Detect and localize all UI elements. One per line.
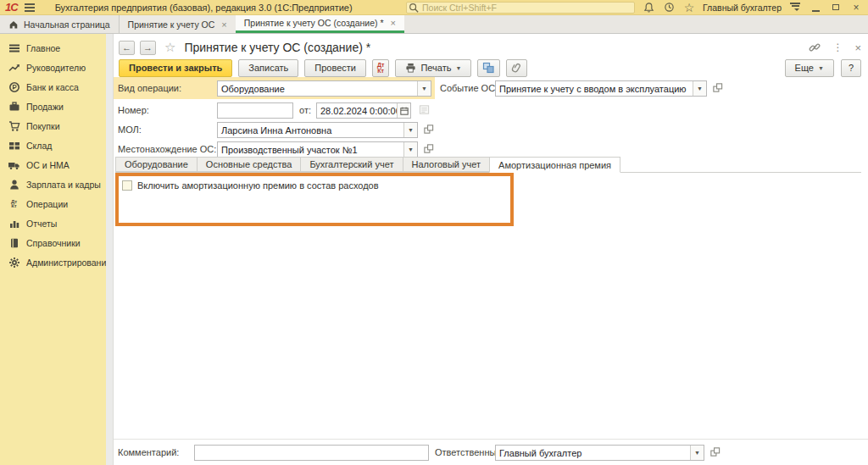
book-icon xyxy=(8,237,20,249)
top-bar: 1С Бухгалтерия предприятия (базовая), ре… xyxy=(0,0,868,15)
tab-equipment[interactable]: Оборудование xyxy=(115,157,197,172)
gear-icon xyxy=(8,257,20,268)
form-title: Принятие к учету ОС (создание) * xyxy=(184,41,370,54)
app-title: Бухгалтерия предприятия (базовая), редак… xyxy=(55,3,353,13)
number-label: Номер: xyxy=(118,105,149,115)
date-input[interactable]: 28.02.2024 0:00:00 xyxy=(316,102,411,119)
comment-input[interactable] xyxy=(194,445,429,461)
mol-label: МОЛ: xyxy=(118,125,142,135)
location-select[interactable]: Производственный участок №1 ▼ xyxy=(217,141,418,158)
close-form-icon[interactable]: × xyxy=(854,42,861,54)
open-link-icon[interactable] xyxy=(423,143,434,154)
tab-tax-accounting[interactable]: Налоговый учет xyxy=(403,157,490,172)
history-icon[interactable] xyxy=(662,1,676,14)
number-input[interactable] xyxy=(217,102,293,119)
include-premium-checkbox[interactable] xyxy=(122,180,132,191)
tutorial-highlight-rect: Включить амортизационную премию в состав… xyxy=(115,173,514,226)
home-icon xyxy=(8,19,19,30)
comment-label: Комментарий: xyxy=(118,447,179,457)
service-menu-icon[interactable] xyxy=(788,1,802,14)
favorites-star-icon[interactable]: ☆ xyxy=(682,1,696,14)
sidebar-item-reports[interactable]: Отчеты xyxy=(0,213,106,233)
sidebar-item-operations[interactable]: ДтКт Операции xyxy=(0,194,106,213)
sidebar-item-main[interactable]: Главное xyxy=(0,38,106,58)
related-documents-button[interactable] xyxy=(477,59,500,77)
chevron-down-icon[interactable]: ▼ xyxy=(403,142,417,157)
sidebar-item-salary-hr[interactable]: Зарплата и кадры xyxy=(0,174,106,194)
sidebar-item-label: Банк и касса xyxy=(26,82,79,92)
main-menu-icon[interactable] xyxy=(25,2,35,14)
sidebar-item-administration[interactable]: Администрирование xyxy=(0,252,106,272)
barchart-icon xyxy=(8,218,20,230)
sidebar-item-manager[interactable]: Руководителю xyxy=(0,58,106,77)
attachments-button[interactable] xyxy=(506,59,527,77)
sidebar-item-sales[interactable]: Продажи xyxy=(0,97,106,116)
person-icon xyxy=(8,179,20,191)
responsible-select[interactable]: Главный бухгалтер ▼ xyxy=(495,445,704,461)
sidebar-item-label: Склад xyxy=(26,141,52,151)
print-button[interactable]: Печать ▼ xyxy=(395,59,471,77)
sidebar-item-warehouse[interactable]: Склад xyxy=(0,136,106,155)
chevron-down-icon[interactable]: ▼ xyxy=(403,123,417,137)
document-form: ← → ☆ Принятие к учету ОС (создание) * ⋮… xyxy=(113,34,868,465)
chevron-down-icon[interactable]: ▼ xyxy=(417,81,431,96)
maximize-icon[interactable] xyxy=(829,1,843,14)
search-input[interactable] xyxy=(406,2,635,14)
briefcase-icon xyxy=(8,101,20,113)
sidebar-item-label: Продажи xyxy=(26,102,64,112)
forward-button[interactable]: → xyxy=(140,41,156,55)
post-button[interactable]: Провести xyxy=(304,59,366,77)
bank-icon xyxy=(8,81,20,93)
comment-field[interactable] xyxy=(195,448,428,458)
sidebar-item-label: ОС и НМА xyxy=(26,160,70,170)
tab-close-icon[interactable]: × xyxy=(221,19,226,30)
location-label: Местонахождение ОС: xyxy=(118,144,216,154)
sidebar-item-directories[interactable]: Справочники xyxy=(0,233,106,252)
1c-logo: 1С xyxy=(5,1,18,14)
write-button[interactable]: Записать xyxy=(238,59,298,77)
open-link-icon[interactable] xyxy=(712,82,723,93)
post-and-close-button[interactable]: Провести и закрыть xyxy=(119,59,232,77)
footer-separator xyxy=(114,439,868,440)
tab-accounting[interactable]: Бухгалтерский учет xyxy=(300,157,402,172)
dtkt-postings-button[interactable]: ДтКт xyxy=(372,59,389,77)
search-icon xyxy=(409,3,419,13)
sidebar-item-label: Операции xyxy=(26,199,68,209)
responsible-label: Ответственный: xyxy=(435,447,504,457)
os-event-select[interactable]: Принятие к учету с вводом в эксплуатацию… xyxy=(495,80,707,97)
minimize-icon[interactable] xyxy=(809,1,822,14)
window-tab-bar: Начальная страница Принятие к учету ОС ×… xyxy=(0,15,868,34)
more-button[interactable]: Еще▼ xyxy=(785,59,834,77)
operation-kind-select[interactable]: Оборудование ▼ xyxy=(217,80,431,97)
chevron-down-icon[interactable]: ▼ xyxy=(690,446,704,460)
sidebar-item-purchases[interactable]: Покупки xyxy=(0,116,106,136)
dtkt-icon: ДтКт xyxy=(8,200,20,208)
dots-vertical-icon[interactable]: ⋮ xyxy=(832,42,843,53)
tab-home[interactable]: Начальная страница xyxy=(0,15,119,33)
chevron-down-icon[interactable]: ▼ xyxy=(693,81,706,96)
row-location: Местонахождение ОС: Производственный уча… xyxy=(114,141,868,158)
tab-acceptance-list[interactable]: Принятие к учету ОС × xyxy=(119,15,236,33)
back-button[interactable]: ← xyxy=(119,41,135,55)
favorite-star-icon[interactable]: ☆ xyxy=(164,40,175,55)
tab-acceptance-create[interactable]: Принятие к учету ОС (создание) * × xyxy=(236,15,404,33)
open-link-icon[interactable] xyxy=(423,124,434,135)
current-user[interactable]: Главный бухгалтер xyxy=(703,3,782,13)
calendar-icon[interactable] xyxy=(397,103,410,118)
tab-label: Принятие к учету ОС xyxy=(128,19,215,30)
tab-fixed-assets[interactable]: Основные средства xyxy=(197,157,301,172)
amortization-premium-option[interactable]: Включить амортизационную премию в состав… xyxy=(119,176,510,191)
bell-icon[interactable] xyxy=(642,1,655,14)
open-link-icon[interactable] xyxy=(709,446,721,457)
tab-close-icon[interactable]: × xyxy=(391,18,396,28)
link-icon[interactable] xyxy=(809,42,821,53)
sidebar-gap xyxy=(106,34,113,465)
sidebar-item-bank[interactable]: Банк и касса xyxy=(0,77,106,97)
sidebar-item-os-nma[interactable]: ОС и НМА xyxy=(0,155,106,174)
sidebar-item-label: Главное xyxy=(26,43,60,53)
tab-amortization-premium[interactable]: Амортизационная премия xyxy=(489,157,620,173)
close-window-icon[interactable]: × xyxy=(849,1,863,14)
help-button[interactable]: ? xyxy=(841,59,861,77)
os-event-label: Событие ОС: xyxy=(440,83,498,93)
mol-select[interactable]: Ларсина Инна Антоновна ▼ xyxy=(217,122,418,138)
